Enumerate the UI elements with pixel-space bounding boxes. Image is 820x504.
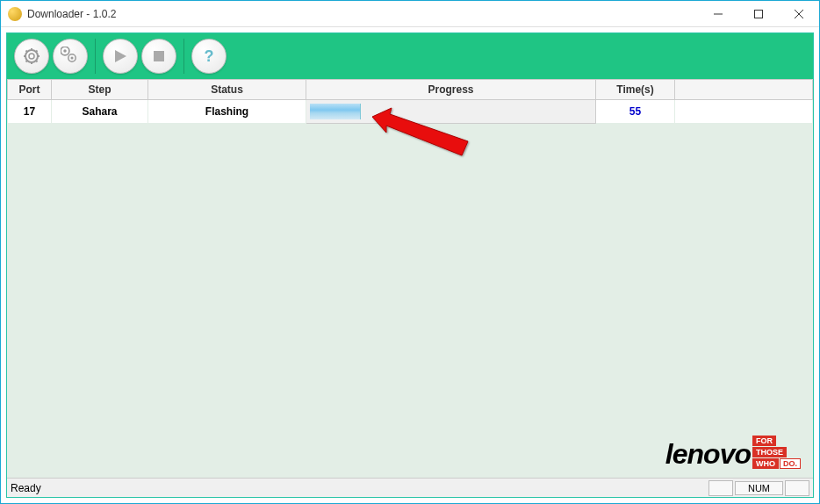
window-controls	[698, 1, 819, 26]
app-window: Downloader - 1.0.2	[0, 0, 820, 504]
svg-point-17	[63, 49, 67, 53]
advanced-settings-button[interactable]	[53, 39, 88, 74]
table-row[interactable]: 17 Sahara Flashing 55	[8, 100, 813, 124]
progress-table: Port Step Status Progress Time(s) 17 Sah…	[7, 79, 813, 124]
svg-line-10	[26, 51, 28, 53]
play-icon	[112, 48, 128, 64]
status-num-indicator: NUM	[735, 481, 783, 495]
header-progress[interactable]: Progress	[306, 80, 596, 100]
stop-icon	[152, 49, 166, 63]
gear-icon	[23, 47, 40, 65]
statusbar: Ready NUM	[7, 478, 813, 497]
minimize-button[interactable]	[698, 1, 738, 26]
stop-button[interactable]	[141, 39, 176, 74]
status-cell-empty	[785, 480, 809, 496]
data-table-container: Port Step Status Progress Time(s) 17 Sah…	[7, 79, 813, 478]
table-header-row: Port Step Status Progress Time(s)	[8, 80, 813, 100]
window-title: Downloader - 1.0.2	[27, 8, 698, 20]
lenovo-tagline: FOR THOSE WHO DO.	[752, 436, 801, 469]
toolbar: ?	[7, 33, 813, 79]
header-extra[interactable]	[675, 80, 813, 100]
toolbar-separator	[183, 39, 184, 74]
svg-line-11	[36, 61, 38, 62]
status-cell-empty	[709, 480, 733, 496]
titlebar: Downloader - 1.0.2	[1, 1, 819, 27]
gears-icon	[61, 47, 80, 66]
cell-port: 17	[8, 100, 52, 124]
svg-point-5	[29, 54, 34, 59]
cell-status: Flashing	[148, 100, 306, 124]
cell-extra	[675, 100, 813, 124]
cell-progress	[306, 100, 596, 124]
status-text: Ready	[11, 482, 707, 494]
start-button[interactable]	[103, 39, 138, 74]
help-icon: ?	[200, 47, 218, 65]
brand-logo: lenovo FOR THOSE WHO DO.	[665, 436, 801, 471]
help-button[interactable]: ?	[191, 39, 227, 74]
svg-line-12	[36, 51, 38, 53]
svg-marker-18	[115, 50, 126, 62]
svg-point-15	[71, 57, 74, 60]
settings-button[interactable]	[14, 39, 49, 74]
header-time[interactable]: Time(s)	[596, 80, 675, 100]
progress-bar-fill	[310, 104, 361, 119]
cell-step: Sahara	[52, 100, 148, 124]
header-status[interactable]: Status	[148, 80, 306, 100]
lenovo-wordmark: lenovo	[665, 438, 751, 471]
app-icon	[8, 7, 22, 21]
svg-rect-19	[154, 51, 164, 61]
progress-bar	[310, 104, 592, 119]
maximize-button[interactable]	[738, 1, 779, 26]
toolbar-separator	[95, 39, 96, 74]
client-area: ? Port Step Status Progress Time(s)	[6, 32, 814, 498]
svg-rect-1	[755, 10, 763, 18]
cell-time: 55	[596, 100, 675, 124]
header-step[interactable]: Step	[52, 80, 148, 100]
svg-line-13	[26, 61, 28, 62]
header-port[interactable]: Port	[8, 80, 52, 100]
close-button[interactable]	[779, 1, 819, 26]
svg-text:?: ?	[205, 47, 214, 65]
